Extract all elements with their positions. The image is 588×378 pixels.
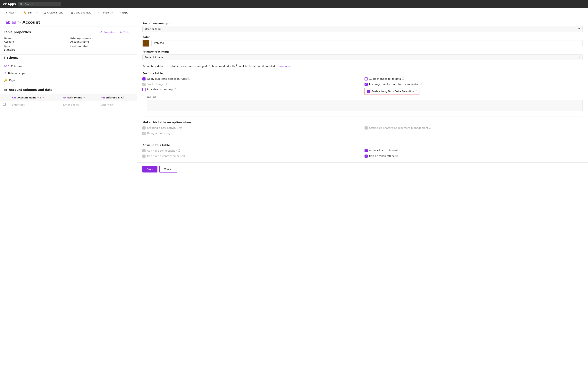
create-app-icon: ⊞ bbox=[44, 11, 46, 14]
save-button[interactable]: Save bbox=[142, 166, 158, 173]
toolbar-separator-2 bbox=[40, 10, 40, 15]
account-name-type-icon: Abc bbox=[12, 96, 16, 99]
primary-column-value: Account Name bbox=[70, 40, 133, 43]
create-app-button[interactable]: ⊞ Create an app bbox=[42, 10, 65, 15]
td-checkbox[interactable] bbox=[0, 101, 9, 108]
th-main-phone[interactable]: ☎ Main Phone ∨ bbox=[60, 94, 97, 101]
main-phone-col-caret[interactable]: ∨ bbox=[83, 97, 85, 99]
leverage-quick-checkbox[interactable]: ✓ bbox=[364, 83, 368, 86]
leverage-quick-info-icon[interactable]: ⓘ bbox=[420, 82, 422, 86]
properties-button[interactable]: ⚙ Properties bbox=[99, 30, 116, 34]
record-ownership-label: Record ownership * bbox=[142, 22, 583, 25]
color-input[interactable] bbox=[151, 40, 583, 46]
cancel-button[interactable]: Cancel bbox=[160, 166, 177, 173]
mail-merge-checkbox: ✓ bbox=[142, 132, 146, 135]
using-table-button[interactable]: ⊞ Using this table bbox=[68, 10, 93, 15]
sharepoint-label: Setting up SharePoint document managemen… bbox=[369, 126, 428, 129]
primary-column-prop: Primary column Account Name bbox=[70, 37, 133, 43]
appear-search-item: ✓ Appear in search results bbox=[364, 149, 583, 152]
new-button[interactable]: ＋ New ∨ bbox=[3, 10, 18, 16]
learn-more-link[interactable]: Learn more bbox=[276, 65, 291, 68]
audit-changes-info-icon[interactable]: ⓘ bbox=[402, 77, 404, 81]
record-ownership-group: Record ownership * User or team ∨ bbox=[142, 22, 583, 32]
th-address[interactable]: Abc Address 1: Ci bbox=[98, 94, 137, 101]
columns-icon: Abc bbox=[4, 65, 9, 68]
primary-row-image-select[interactable]: Default Image ∨ bbox=[142, 54, 583, 60]
table-row: Enter text Enter phone Enter text bbox=[0, 101, 137, 108]
leverage-quick-label: Leverage quick-create form if available bbox=[369, 83, 419, 86]
toolbar-separator-4 bbox=[94, 10, 95, 15]
td-main-phone[interactable]: Enter phone bbox=[60, 101, 97, 108]
tools-button[interactable]: 🗂 Tools ∨ bbox=[119, 30, 133, 34]
breadcrumb: Tables > Account bbox=[0, 17, 137, 27]
select-chevron-icon: ∨ bbox=[578, 27, 580, 30]
prop-actions: ⚙ Properties 🗂 Tools ∨ bbox=[99, 30, 133, 34]
tables-breadcrumb-link[interactable]: Tables bbox=[4, 20, 16, 25]
provide-custom-help-info-icon[interactable]: ⓘ bbox=[174, 88, 176, 91]
search-box[interactable]: 🔍 Search bbox=[18, 2, 61, 6]
contact-email-item: ✓ Can have a contact email 1 ⓘ bbox=[142, 154, 361, 158]
sharepoint-info-icon[interactable]: ⓘ bbox=[429, 126, 431, 130]
account-name-sort-icon[interactable]: ↑ bbox=[40, 97, 41, 99]
schema-nav: Abc Columns ⟲ Relationships 🔑 Keys bbox=[0, 61, 137, 85]
audit-changes-label: Audit changes to its data bbox=[369, 77, 401, 80]
schema-nav-keys[interactable]: 🔑 Keys bbox=[0, 77, 137, 84]
record-ownership-select[interactable]: User or team ∨ bbox=[142, 26, 583, 32]
primary-column-label: Primary column bbox=[70, 37, 133, 40]
schema-nav-columns[interactable]: Abc Columns bbox=[0, 63, 137, 69]
td-account-name[interactable]: Enter text bbox=[9, 101, 60, 108]
mail-merge-label: Doing a mail merge bbox=[147, 132, 172, 135]
can-connections-info-icon[interactable]: ⓘ bbox=[178, 149, 180, 152]
taken-offline-checkbox[interactable]: ✓ bbox=[364, 155, 368, 158]
help-url-input[interactable] bbox=[147, 100, 583, 111]
edit-button[interactable]: ✏️ Edit bbox=[22, 10, 34, 15]
export-button[interactable]: ⟶ Expo bbox=[115, 10, 130, 15]
help-url-label: Help URL bbox=[147, 96, 583, 99]
account-name-col-label: Account Name bbox=[17, 96, 37, 99]
schema-nav-relationships[interactable]: ⟲ Relationships bbox=[0, 69, 137, 77]
provide-custom-help-checkbox[interactable] bbox=[142, 88, 146, 91]
track-changes-info-icon[interactable]: ⓘ bbox=[168, 82, 170, 86]
sharepoint-item: ✓ Setting up SharePoint document managem… bbox=[364, 126, 583, 130]
taken-offline-label: Can be taken offline bbox=[369, 155, 395, 157]
provide-custom-help-label: Provide custom help bbox=[147, 88, 173, 91]
columns-nav-label: Columns bbox=[11, 65, 22, 68]
color-row bbox=[142, 40, 583, 47]
account-name-col-caret[interactable]: ∨ bbox=[42, 97, 44, 99]
apply-dup-info-icon[interactable]: ⓘ bbox=[187, 77, 190, 81]
enable-long-term-highlight: ✓ Enable Long Term Data Retention ⓘ bbox=[364, 88, 420, 95]
th-account-name[interactable]: Abc Account Name * ↑ ∨ bbox=[9, 94, 60, 101]
mail-merge-info-icon[interactable]: ⓘ bbox=[173, 132, 175, 135]
creating-activity-label: Creating a new activity bbox=[147, 126, 176, 129]
edit-caret-icon[interactable]: |∨ bbox=[35, 12, 39, 14]
apply-dup-checkbox[interactable]: ✓ bbox=[142, 77, 146, 81]
contact-email-info-icon[interactable]: ⓘ bbox=[182, 154, 185, 158]
audit-changes-checkbox[interactable]: ✓ bbox=[364, 77, 368, 81]
type-label: Type bbox=[4, 45, 67, 48]
primary-row-image-chevron-icon: ∨ bbox=[578, 56, 580, 59]
creating-activity-info-icon[interactable]: ⓘ bbox=[179, 126, 182, 130]
creating-activity-super: 1 bbox=[177, 127, 178, 129]
name-label: Name bbox=[4, 37, 67, 40]
primary-row-image-label: Primary row image bbox=[142, 50, 583, 53]
mail-merge-item: ✓ Doing a mail merge ⓘ bbox=[142, 132, 361, 135]
left-panel: Tables > Account Table properties ⚙ Prop… bbox=[0, 17, 137, 378]
enable-long-term-info-icon[interactable]: ⓘ bbox=[415, 90, 417, 93]
td-address[interactable]: Enter text bbox=[98, 101, 137, 108]
last-modified-value: — bbox=[70, 48, 133, 51]
table-container[interactable]: Abc Account Name * ↑ ∨ ☎ Mai bbox=[0, 94, 137, 378]
color-swatch[interactable] bbox=[142, 40, 149, 47]
appear-search-checkbox[interactable]: ✓ bbox=[364, 149, 368, 152]
track-changes-checkbox: ✓ bbox=[142, 83, 146, 86]
make-option-when-grid: ✓ Creating a new activity 1 ⓘ ✓ Setting … bbox=[142, 126, 583, 135]
taken-offline-info-icon[interactable]: ⓘ bbox=[395, 154, 398, 158]
row-checkbox[interactable] bbox=[3, 103, 6, 106]
export-icon: ⟶ bbox=[117, 11, 121, 14]
toolbar-separator bbox=[20, 10, 20, 15]
th-checkbox bbox=[0, 94, 9, 101]
enable-long-term-checkbox[interactable]: ✓ bbox=[367, 90, 370, 93]
main-phone-col-label: Main Phone bbox=[67, 96, 82, 99]
appear-search-label: Appear in search results bbox=[369, 149, 400, 152]
columns-table: Abc Account Name * ↑ ∨ ☎ Mai bbox=[0, 94, 137, 108]
import-button[interactable]: ⟵ Import ∨ bbox=[96, 10, 115, 15]
